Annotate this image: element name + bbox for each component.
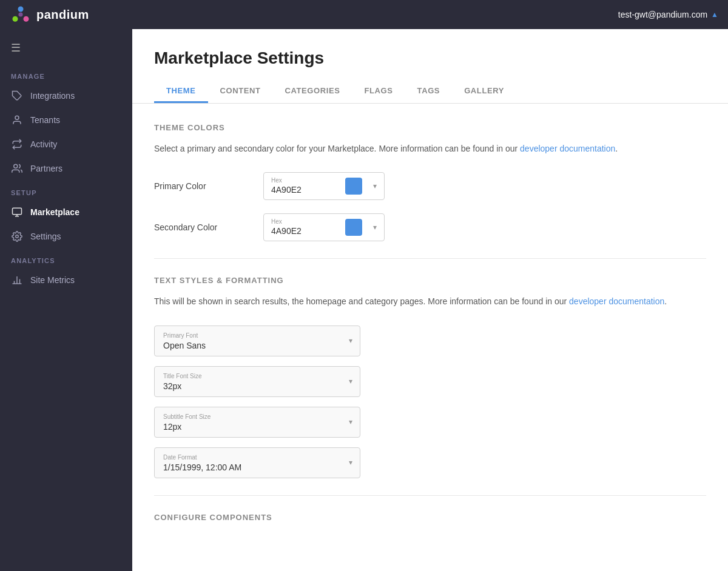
text-styles-section: TEXT STYLES & FORMATTING This will be sh… xyxy=(154,276,706,478)
tab-content[interactable]: CONTENT xyxy=(208,80,273,103)
svg-point-6 xyxy=(14,164,18,168)
primary-color-label: Primary Color xyxy=(154,181,263,191)
pandium-logo-icon xyxy=(10,4,32,25)
logo: pandium xyxy=(10,4,89,25)
primary-color-picker[interactable]: Hex 4A90E2 ▾ xyxy=(263,172,385,200)
sidebar-section-setup: SETUP xyxy=(0,181,132,200)
primary-color-dropdown-arrow: ▾ xyxy=(373,182,377,190)
tab-categories[interactable]: CATEGORIES xyxy=(273,80,352,103)
sidebar-item-label-integrations: Integrations xyxy=(30,91,75,101)
gear-icon xyxy=(11,230,23,242)
section-divider-1 xyxy=(154,258,706,259)
text-styles-doc-link[interactable]: developer documentation xyxy=(569,296,664,306)
secondary-color-dropdown-arrow: ▾ xyxy=(373,223,377,232)
configure-components-section: CONFIGURE COMPONENTS xyxy=(154,513,706,522)
date-format-group: Date Format 1/15/1999, 12:00 AM ▾ xyxy=(154,447,706,478)
text-styles-title: TEXT STYLES & FORMATTING xyxy=(154,276,706,285)
content-area: THEME COLORS Select a primary and second… xyxy=(132,104,728,571)
svg-point-5 xyxy=(15,116,19,119)
tab-theme[interactable]: THEME xyxy=(154,80,208,103)
secondary-color-row: Secondary Color Hex 4A90E2 ▾ xyxy=(154,213,706,241)
secondary-color-swatch xyxy=(345,219,362,236)
title-font-size-dropdown-arrow: ▾ xyxy=(349,377,352,386)
sidebar-item-tenants[interactable]: Tenants xyxy=(0,108,132,132)
svg-point-10 xyxy=(16,235,19,238)
date-format-select[interactable]: Date Format 1/15/1999, 12:00 AM ▾ xyxy=(154,447,360,478)
secondary-color-picker[interactable]: Hex 4A90E2 ▾ xyxy=(263,213,385,241)
tab-gallery[interactable]: GALLERY xyxy=(452,80,516,103)
svg-point-2 xyxy=(24,16,29,22)
sidebar-item-integrations[interactable]: Integrations xyxy=(0,84,132,108)
tab-tags[interactable]: TAGS xyxy=(405,80,453,103)
user-dropdown-arrow: ▲ xyxy=(711,10,718,19)
primary-font-select[interactable]: Primary Font Open Sans ▾ xyxy=(154,326,360,356)
sidebar-item-marketplace[interactable]: Marketplace xyxy=(0,200,132,224)
tag-icon xyxy=(11,206,23,218)
sidebar-item-settings[interactable]: Settings xyxy=(0,224,132,249)
puzzle-icon xyxy=(11,90,23,102)
theme-colors-section: THEME COLORS Select a primary and second… xyxy=(154,123,706,241)
svg-point-1 xyxy=(13,16,18,22)
sidebar-item-label-activity: Activity xyxy=(30,139,57,149)
arrows-icon xyxy=(11,138,23,150)
sidebar-section-analytics: ANALYTICS xyxy=(0,249,132,268)
theme-colors-desc: Select a primary and secondary color for… xyxy=(154,142,706,155)
configure-components-title: CONFIGURE COMPONENTS xyxy=(154,513,706,522)
main-content: Marketplace Settings THEME CONTENT CATEG… xyxy=(132,29,728,571)
primary-color-row: Primary Color Hex 4A90E2 ▾ xyxy=(154,172,706,200)
secondary-color-label: Secondary Color xyxy=(154,222,263,232)
page-title: Marketplace Settings xyxy=(154,48,706,68)
theme-colors-title: THEME COLORS xyxy=(154,123,706,132)
tab-flags[interactable]: FLAGS xyxy=(352,80,405,103)
tabs-bar: THEME CONTENT CATEGORIES FLAGS TAGS GALL… xyxy=(154,80,706,103)
subtitle-font-size-select[interactable]: Subtitle Font Size 12px ▾ xyxy=(154,407,360,438)
section-divider-2 xyxy=(154,495,706,496)
person-icon xyxy=(11,114,23,126)
title-font-size-select[interactable]: Title Font Size 32px ▾ xyxy=(154,366,360,397)
chart-icon xyxy=(11,274,23,286)
primary-font-group: Primary Font Open Sans ▾ xyxy=(154,326,706,356)
sidebar-item-partners[interactable]: Partners xyxy=(0,156,132,181)
title-font-size-group: Title Font Size 32px ▾ xyxy=(154,366,706,397)
subtitle-font-size-dropdown-arrow: ▾ xyxy=(349,418,352,426)
sidebar-item-activity[interactable]: Activity xyxy=(0,132,132,156)
subtitle-font-size-group: Subtitle Font Size 12px ▾ xyxy=(154,407,706,438)
topbar: pandium test-gwt@pandium.com ▲ xyxy=(0,0,728,29)
menu-toggle-button[interactable]: ☰ xyxy=(0,36,132,64)
svg-point-3 xyxy=(18,12,22,16)
svg-rect-7 xyxy=(13,208,22,215)
text-styles-desc: This will be shown in search results, th… xyxy=(154,295,706,308)
date-format-dropdown-arrow: ▾ xyxy=(349,458,352,467)
primary-color-swatch xyxy=(345,178,362,195)
sidebar-section-manage: MANAGE xyxy=(0,64,132,84)
sidebar-item-label-marketplace: Marketplace xyxy=(30,207,79,217)
sidebar-item-label-partners: Partners xyxy=(30,164,62,173)
user-menu[interactable]: test-gwt@pandium.com ▲ xyxy=(618,10,718,19)
sidebar-item-label-site-metrics: Site Metrics xyxy=(30,275,75,285)
page-header: Marketplace Settings THEME CONTENT CATEG… xyxy=(132,29,728,104)
sidebar-item-site-metrics[interactable]: Site Metrics xyxy=(0,268,132,292)
sidebar-item-label-settings: Settings xyxy=(30,232,61,241)
svg-point-0 xyxy=(18,7,24,12)
user-email: test-gwt@pandium.com xyxy=(618,10,707,19)
theme-colors-doc-link[interactable]: developer documentation xyxy=(520,144,615,153)
sidebar-item-label-tenants: Tenants xyxy=(30,115,60,125)
sidebar: ☰ MANAGE Integrations Tenants xyxy=(0,29,132,571)
people-icon xyxy=(11,162,23,175)
logo-text: pandium xyxy=(36,8,89,22)
primary-font-dropdown-arrow: ▾ xyxy=(349,336,352,345)
